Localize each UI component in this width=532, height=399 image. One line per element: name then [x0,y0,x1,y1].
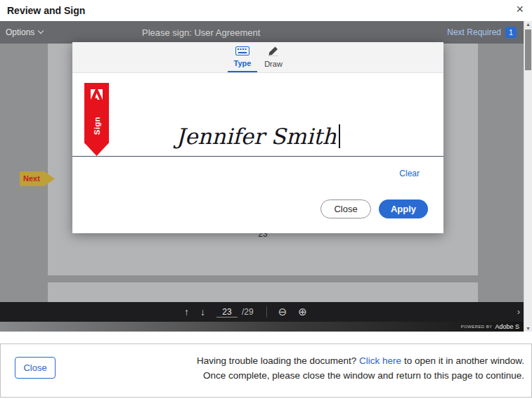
window-title: Review and Sign [7,5,85,16]
adobe-logo-icon [84,89,109,103]
page-up-icon[interactable]: ↑ [184,306,189,318]
typed-signature: Jennifer Smith [176,124,336,149]
tab-draw[interactable]: Draw [259,42,288,72]
pen-icon [268,46,279,58]
tab-type-label: Type [234,59,252,67]
page-down-icon[interactable]: ↓ [200,306,205,318]
powered-by-label: POWERED BY [461,325,493,329]
help-text: Having trouble loading the document? Cli… [197,353,524,383]
help-prefix: Having trouble loading the document? [197,355,359,366]
click-here-link[interactable]: Click here [359,355,401,366]
signature-modal: Type Draw Sign Jennifer Smith Clear Clos… [72,42,443,233]
options-menu[interactable]: Options [6,27,43,37]
panel-close-button[interactable]: Close [15,357,56,379]
page-total-label: /29 [242,307,254,317]
signature-tabs: Type Draw [72,42,443,73]
title-bar: Review and Sign × [0,0,532,21]
close-icon[interactable]: × [512,2,528,17]
signature-input-area[interactable]: Jennifer Smith [72,124,443,149]
review-and-sign-window: Review and Sign × Options Please sign: U… [0,0,532,399]
text-caret [339,124,340,148]
scrollbar-down-icon[interactable]: ▼ [524,326,532,331]
scrollbar-up-icon[interactable]: ▲ [524,22,532,27]
modal-button-row: Close Apply [320,200,428,218]
keyboard-icon [235,46,249,57]
apply-button[interactable]: Apply [379,200,428,218]
document-page-next [48,282,478,302]
modal-close-button[interactable]: Close [320,200,371,218]
options-label: Options [6,27,34,37]
help-suffix: to open it in another window. [401,355,524,366]
powered-by-strip: POWERED BY Adobe S [0,322,524,332]
toolbar-divider [266,306,267,318]
chevron-down-icon [38,28,44,34]
next-required-count-badge: 1 [505,27,517,38]
tab-draw-label: Draw [264,60,283,68]
signature-baseline [72,156,443,157]
scrollbar-thumb[interactable] [525,30,531,70]
next-required-button[interactable]: Next Required 1 [447,27,517,38]
help-line-2: Once complete, please close the window a… [197,368,524,383]
powered-by-brand: Adobe S [495,323,519,330]
clear-signature-link[interactable]: Clear [399,169,420,178]
page-nav-cluster: ↑ ↓ /29 ⊖ ⊕ [184,302,307,322]
next-required-label: Next Required [447,27,501,37]
chevron-right-icon[interactable]: › [517,306,520,317]
zoom-out-icon[interactable]: ⊖ [278,306,287,318]
tab-type[interactable]: Type [228,42,257,72]
page-number-input[interactable] [216,307,238,318]
bottom-help-panel: Close Having trouble loading the documen… [0,344,532,398]
viewer-control-bar: ↑ ↓ /29 ⊖ ⊕ › [0,302,524,322]
zoom-in-icon[interactable]: ⊕ [298,306,307,318]
document-toolbar: Options Please sign: User Agreement Next… [0,21,524,44]
help-line-1: Having trouble loading the document? Cli… [197,353,524,368]
vertical-scrollbar[interactable]: ▲ ▼ [524,21,532,332]
sign-prompt: Please sign: User Agreement [142,27,260,38]
